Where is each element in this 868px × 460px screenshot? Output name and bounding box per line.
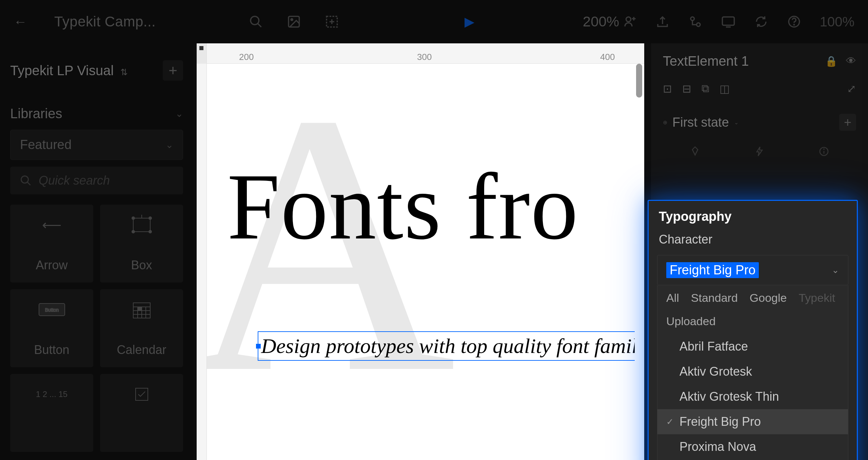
file-name[interactable]: Typekit LP Visual (10, 63, 114, 78)
featured-label: Featured (20, 138, 72, 152)
ruler-top: 200 300 400 (197, 43, 644, 64)
duplicate-icon[interactable]: ⧉ (702, 82, 709, 95)
sync-icon[interactable] (754, 15, 768, 29)
svg-point-21 (132, 230, 135, 233)
expand-icon[interactable]: ⤢ (847, 82, 856, 95)
svg-point-22 (149, 230, 152, 233)
filter-all[interactable]: All (666, 291, 679, 305)
widget-grid: ⟵ Arrow Box Button Button Calendar 1 2 .… (10, 205, 183, 452)
svg-point-15 (794, 24, 794, 25)
svg-rect-33 (138, 308, 141, 310)
selection-handle[interactable] (256, 344, 261, 349)
chevron-down-icon: ⌄ (175, 108, 183, 119)
typography-header: Typography (649, 201, 857, 229)
properties-tabs (651, 141, 868, 162)
tab-effects[interactable] (754, 146, 765, 157)
widget-calendar[interactable]: Calendar (100, 289, 183, 367)
tab-fill[interactable] (690, 146, 701, 157)
tab-info[interactable] (818, 146, 829, 157)
svg-point-41 (824, 149, 824, 149)
settings-icon[interactable] (688, 15, 703, 29)
chevron-down-icon[interactable]: ⌄ (734, 119, 738, 126)
add-state-button[interactable]: + (839, 114, 856, 131)
checkbox-icon (134, 384, 149, 404)
svg-rect-12 (722, 17, 734, 25)
state-name[interactable]: First state (672, 115, 729, 130)
updown-icon[interactable]: ⇅ (120, 67, 128, 77)
element-name[interactable]: TextElement 1 (663, 54, 749, 69)
featured-dropdown[interactable]: Featured ⌄ (10, 130, 183, 160)
ruler-left: 100 200 300 (197, 64, 207, 460)
svg-point-20 (149, 217, 152, 219)
scrollbar-vertical[interactable] (636, 64, 642, 98)
add-user-icon[interactable] (623, 15, 637, 29)
box-icon (130, 215, 154, 235)
search-box[interactable]: Quick search (10, 167, 183, 194)
widget-box[interactable]: Box (100, 205, 183, 283)
back-button[interactable]: ← (14, 14, 27, 29)
check-icon: ✓ (666, 417, 674, 427)
svg-point-11 (696, 23, 700, 27)
svg-rect-18 (133, 218, 150, 232)
upload-icon[interactable] (655, 15, 670, 29)
headline-text[interactable]: Fonts fro (227, 152, 579, 261)
filter-standard[interactable]: Standard (691, 291, 738, 305)
widget-label: Arrow (36, 258, 67, 272)
widget-pagination[interactable]: 1 2 ... 15 (10, 374, 93, 452)
calendar-icon (132, 299, 152, 320)
widget-label: Box (131, 258, 152, 272)
widget-label: Button (34, 343, 69, 357)
subheadline-text[interactable]: Design prototypes with top quality font … (258, 331, 635, 361)
svg-line-1 (258, 23, 261, 27)
libraries-label: Libraries (10, 106, 62, 121)
left-sidebar: Typekit LP Visual ⇅ + Libraries ⌄ Featur… (0, 43, 193, 460)
play-button[interactable]: ▶ (465, 14, 474, 29)
eye-icon[interactable]: 👁 (846, 55, 856, 67)
pagination-icon: 1 2 ... 15 (36, 384, 67, 404)
font-option-selected[interactable]: ✓ Freight Big Pro (657, 409, 848, 434)
font-list: Abril Fatface Aktiv Grotesk Aktiv Grotes… (657, 334, 848, 459)
font-option[interactable]: Aktiv Grotesk (657, 359, 848, 384)
search-icon[interactable] (249, 15, 263, 29)
widget-checkbox[interactable] (100, 374, 183, 452)
chevron-down-icon: ⌄ (165, 139, 173, 150)
bring-forward-icon[interactable]: ⊡ (663, 82, 672, 95)
widget-button[interactable]: Button Button (10, 289, 93, 367)
canvas-content[interactable]: A Fonts fro Design prototypes with top q… (207, 64, 635, 460)
preview-icon[interactable] (721, 15, 735, 29)
chevron-down-icon: ⌄ (832, 265, 839, 275)
subheadline-content: Design prototypes with top quality font … (261, 334, 635, 357)
image-icon[interactable] (287, 15, 301, 29)
character-header: Character (649, 229, 857, 255)
font-option[interactable]: Aktiv Grotesk Thin (657, 384, 848, 409)
add-file-button[interactable]: + (163, 60, 183, 81)
file-selector: Typekit LP Visual ⇅ + (10, 50, 183, 81)
zoom-level[interactable]: 200% (583, 14, 619, 30)
project-name[interactable]: Typekit Camp... (54, 14, 156, 30)
state-icon: ⊕ (663, 119, 667, 126)
filter-typekit[interactable]: Typekit (798, 291, 835, 305)
font-select[interactable]: Freight Big Pro ⌄ (657, 255, 848, 285)
font-option[interactable]: Abril Fatface (657, 334, 848, 359)
filter-uploaded[interactable]: Uploaded (666, 315, 716, 328)
ruler-mark: 200 (239, 52, 254, 62)
svg-rect-38 (199, 46, 203, 50)
arrow-left-icon: ⟵ (42, 215, 61, 235)
font-option[interactable]: Proxima Nova (657, 434, 848, 459)
shape-add-icon[interactable] (325, 15, 339, 29)
zoom-percent[interactable]: 100% (820, 14, 854, 29)
copy-icon[interactable]: ◫ (719, 82, 730, 95)
libraries-header[interactable]: Libraries ⌄ (10, 98, 183, 130)
help-icon[interactable] (787, 15, 801, 29)
search-placeholder: Quick search (39, 173, 110, 188)
widget-label: Calendar (117, 343, 166, 357)
send-backward-icon[interactable]: ⊟ (682, 82, 691, 95)
lock-icon[interactable]: 🔒 (825, 55, 837, 67)
widget-arrow[interactable]: ⟵ Arrow (10, 205, 93, 283)
element-header: TextElement 1 🔒 👁 (651, 43, 868, 79)
filter-google[interactable]: Google (750, 291, 787, 305)
font-dropdown: All Standard Google Typekit Uploaded Abr… (657, 285, 848, 460)
svg-point-19 (132, 217, 135, 219)
font-name: Proxima Nova (679, 440, 756, 454)
font-name: Abril Fatface (679, 339, 748, 354)
